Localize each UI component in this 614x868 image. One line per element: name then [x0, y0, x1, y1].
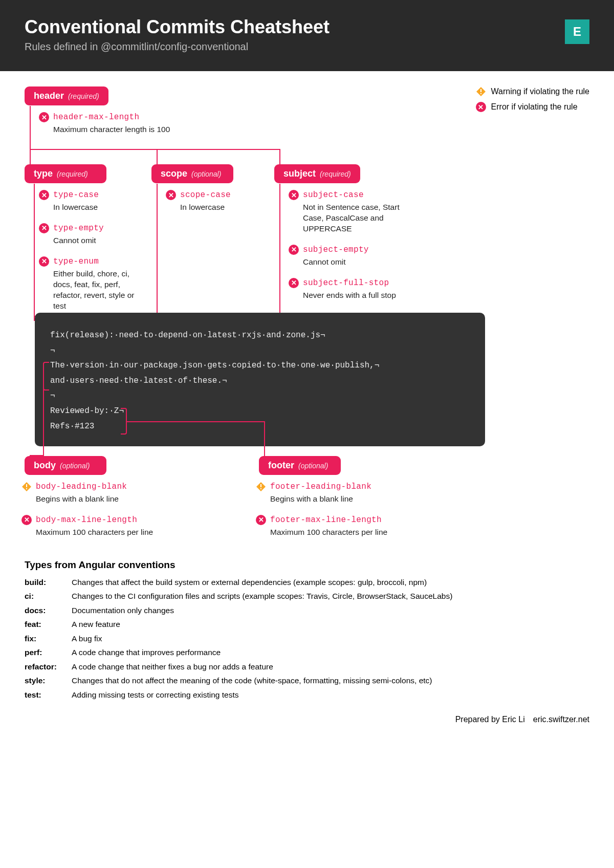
- error-icon: ✕: [289, 278, 299, 288]
- angular-type-row: docs:Documentation only changes: [25, 605, 589, 616]
- legend-warning-text: Warning if violating the rule: [491, 87, 589, 96]
- section-subject-pill: subject (required): [274, 164, 360, 183]
- rule-type-empty: ✕type-empty Cannot omit: [39, 223, 146, 246]
- section-header-pill: header (required): [25, 86, 108, 105]
- page-subtitle: Rules defined in @commitlint/config-conv…: [25, 41, 330, 53]
- rule-subject-full-stop: ✕subject-full-stop Never ends with a ful…: [289, 278, 406, 301]
- angular-type-row: build:Changes that affect the build syst…: [25, 577, 589, 588]
- angular-type-row: ci:Changes to the CI configuration files…: [25, 591, 589, 602]
- error-icon: ✕: [39, 256, 49, 267]
- warning-icon: [256, 482, 266, 492]
- rule-body-max-line-length: ✕body-max-line-length Maximum 100 charac…: [21, 515, 175, 538]
- footer-credit: Prepared by Eric Lieric.swiftzer.net: [25, 715, 589, 724]
- angular-type-row: perf:A code change that improves perform…: [25, 647, 589, 658]
- rule-header-max-length: ✕header-max-length Maximum character len…: [39, 112, 203, 135]
- commit-example: fix(release):·need·to·depend·on·latest·r…: [35, 313, 485, 446]
- angular-types-section: Types from Angular conventions build:Cha…: [25, 559, 589, 701]
- error-icon: ✕: [21, 515, 32, 525]
- svg-rect-1: [480, 89, 481, 92]
- error-icon: ✕: [39, 223, 49, 233]
- warning-icon: [476, 86, 486, 97]
- diagram-canvas: Warning if violating the rule ✕ Error if…: [25, 83, 589, 549]
- rule-type-case: ✕type-case In lowercase: [39, 190, 146, 213]
- angular-heading: Types from Angular conventions: [25, 559, 589, 571]
- angular-type-row: fix:A bug fix: [25, 633, 589, 644]
- rule-type-enum: ✕type-enum Either build, chore, ci, docs…: [39, 256, 146, 312]
- svg-rect-2: [480, 93, 481, 94]
- error-icon: ✕: [289, 245, 299, 255]
- rule-scope-case: ✕scope-case In lowercase: [166, 190, 258, 213]
- error-icon: ✕: [39, 112, 49, 122]
- rule-body-leading-blank: body-leading-blank Begins with a blank l…: [21, 482, 175, 505]
- logo-icon: E: [565, 19, 589, 44]
- section-footer-pill: footer (optional): [259, 456, 341, 475]
- legend: Warning if violating the rule ✕ Error if…: [476, 86, 589, 117]
- section-body-pill: body (optional): [25, 456, 106, 475]
- error-icon: ✕: [39, 190, 49, 200]
- svg-rect-8: [260, 488, 261, 489]
- angular-type-row: test:Adding missing tests or correcting …: [25, 689, 589, 701]
- error-icon: ✕: [166, 190, 176, 200]
- page-title: Conventional Commits Cheatsheet: [25, 16, 330, 38]
- error-icon: ✕: [289, 190, 299, 200]
- angular-type-row: style:Changes that do not affect the mea…: [25, 675, 589, 686]
- error-icon: ✕: [476, 102, 486, 112]
- angular-type-row: refactor:A code change that neither fixe…: [25, 661, 589, 672]
- svg-rect-7: [260, 484, 261, 487]
- section-type-pill: type (required): [25, 164, 106, 183]
- warning-icon: [21, 482, 32, 492]
- rule-footer-leading-blank: footer-leading-blank Begins with a blank…: [256, 482, 420, 505]
- legend-error-text: Error if violating the rule: [491, 102, 578, 112]
- page-header: Conventional Commits Cheatsheet Rules de…: [0, 0, 614, 71]
- error-icon: ✕: [256, 515, 266, 525]
- section-scope-pill: scope (optional): [151, 164, 233, 183]
- rule-subject-empty: ✕subject-empty Cannot omit: [289, 245, 406, 268]
- svg-rect-4: [26, 484, 27, 487]
- svg-rect-5: [26, 488, 27, 489]
- angular-type-row: feat:A new feature: [25, 619, 589, 630]
- rule-footer-max-line-length: ✕footer-max-line-length Maximum 100 char…: [256, 515, 420, 538]
- rule-subject-case: ✕subject-case Not in Sentence case, Star…: [289, 190, 406, 234]
